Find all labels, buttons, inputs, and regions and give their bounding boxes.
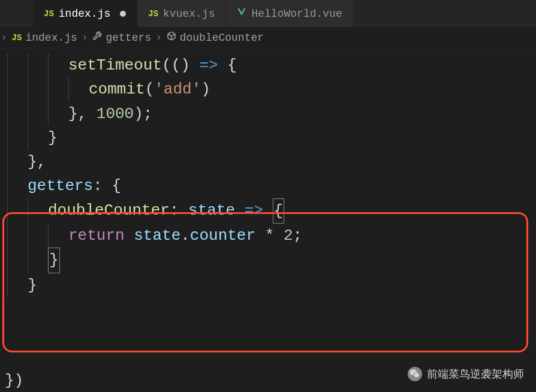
breadcrumb-label: getters — [106, 32, 151, 44]
code-line: getters: { — [7, 174, 536, 198]
chevron-right-icon: › — [82, 32, 88, 43]
code-line: } — [7, 248, 536, 273]
code-editor[interactable]: setTimeout(() => { commit('add') }, 1000… — [0, 49, 536, 297]
js-icon: JS — [44, 9, 54, 19]
code-line: }, 1000); — [7, 102, 536, 126]
vue-icon — [237, 7, 246, 20]
wrench-icon — [92, 31, 102, 44]
code-line: doubleCounter: state => { — [7, 198, 536, 224]
breadcrumb-doublecounter[interactable]: doubleCounter — [167, 31, 264, 44]
js-icon: JS — [12, 33, 22, 43]
watermark-text: 前端菜鸟逆袭架构师 — [427, 367, 524, 381]
code-line: setTimeout(() => { — [7, 53, 536, 77]
modified-indicator-icon — [120, 11, 126, 17]
breadcrumb-file[interactable]: JS index.js — [12, 32, 77, 44]
tabs-bar: JS index.js JS kvuex.js HelloWorld.vue — [0, 0, 536, 27]
breadcrumb-getters[interactable]: getters — [92, 31, 151, 44]
tab-helloworld-vue[interactable]: HelloWorld.vue — [226, 0, 353, 27]
breadcrumb-label: index.js — [25, 32, 77, 44]
chevron-right-icon: › — [1, 32, 7, 43]
breadcrumb-label: doubleCounter — [180, 32, 264, 44]
tab-label: HelloWorld.vue — [251, 8, 342, 20]
chevron-right-icon: › — [156, 32, 162, 43]
cube-icon — [167, 31, 176, 44]
code-line: } — [7, 126, 536, 150]
code-line: }, — [7, 150, 536, 174]
tab-kvuex-js[interactable]: JS kvuex.js — [137, 0, 226, 27]
code-line: } — [7, 273, 536, 297]
code-line: commit('add') — [7, 77, 536, 101]
tab-index-js[interactable]: JS index.js — [33, 0, 137, 27]
code-line: return state.counter * 2; — [7, 224, 536, 248]
tab-label: kvuex.js — [163, 8, 215, 20]
wechat-icon — [408, 367, 422, 381]
tab-label: index.js — [59, 8, 110, 20]
js-icon: JS — [148, 9, 158, 19]
breadcrumb: › JS index.js › getters › doubleCounter — [0, 27, 536, 49]
watermark: 前端菜鸟逆袭架构师 — [408, 367, 524, 381]
code-line: }) — [5, 372, 23, 390]
